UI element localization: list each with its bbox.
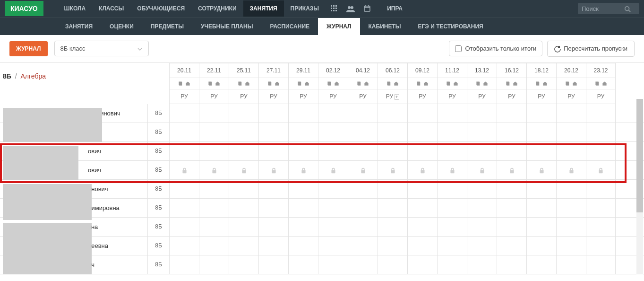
grade-cell[interactable] xyxy=(348,218,378,236)
ru-label[interactable]: РУ xyxy=(467,89,497,104)
date-label[interactable]: 29.11 xyxy=(289,63,318,78)
grade-cell[interactable] xyxy=(526,237,556,255)
grade-cell[interactable] xyxy=(199,237,229,255)
grade-cell[interactable] xyxy=(407,104,437,123)
grade-cell[interactable] xyxy=(199,218,229,236)
grade-cell[interactable] xyxy=(288,161,318,179)
grade-cell[interactable] xyxy=(229,104,258,123)
grade-cell[interactable] xyxy=(378,123,407,141)
class-select[interactable]: 8Б класс xyxy=(54,41,149,56)
ru-label[interactable]: РУ xyxy=(170,89,199,104)
grade-cell[interactable] xyxy=(318,255,348,274)
people-icon[interactable] xyxy=(346,5,355,12)
grade-cell[interactable] xyxy=(348,255,378,274)
grade-cell[interactable] xyxy=(437,218,467,236)
grade-cell[interactable] xyxy=(348,161,378,179)
lesson-type-icons[interactable] xyxy=(229,78,258,89)
grade-cell[interactable] xyxy=(258,142,288,160)
grade-cell[interactable] xyxy=(407,199,437,217)
grade-cell[interactable] xyxy=(497,180,526,198)
grade-cell[interactable] xyxy=(348,123,378,141)
grade-cell[interactable] xyxy=(288,199,318,217)
date-label[interactable]: 20.11 xyxy=(170,63,199,78)
grade-cell[interactable] xyxy=(169,123,199,141)
calendar-icon[interactable] xyxy=(363,5,371,13)
lesson-type-icons[interactable] xyxy=(497,78,526,89)
grade-cell[interactable] xyxy=(556,180,586,198)
grade-cell[interactable] xyxy=(229,218,258,236)
grade-cell[interactable] xyxy=(526,142,556,160)
ru-label[interactable]: РУ xyxy=(527,89,556,104)
grade-cell[interactable] xyxy=(437,255,467,274)
nav-классы[interactable]: КЛАССЫ xyxy=(92,0,130,17)
grade-cell[interactable] xyxy=(258,123,288,141)
lesson-type-icons[interactable] xyxy=(259,78,288,89)
grade-cell[interactable] xyxy=(318,104,348,123)
grade-cell[interactable] xyxy=(318,180,348,198)
grade-cell[interactable] xyxy=(467,255,497,274)
subnav-item[interactable]: ЕГЭ И ТЕСТИРОВАНИЯ xyxy=(410,18,492,35)
grade-cell[interactable] xyxy=(288,142,318,160)
nav-ipra[interactable]: ИПРА xyxy=(380,0,409,17)
grade-cell[interactable] xyxy=(288,255,318,274)
grade-cell[interactable] xyxy=(526,218,556,236)
grade-cell[interactable] xyxy=(586,123,616,141)
grade-cell[interactable] xyxy=(437,199,467,217)
date-label[interactable]: 06.12 xyxy=(378,63,407,78)
grade-cell[interactable] xyxy=(556,237,586,255)
lesson-type-icons[interactable] xyxy=(557,78,586,89)
grade-cell[interactable] xyxy=(348,237,378,255)
grade-cell[interactable] xyxy=(199,199,229,217)
grade-cell[interactable] xyxy=(199,255,229,274)
ru-label[interactable]: РУ xyxy=(557,89,586,104)
grade-cell[interactable] xyxy=(169,142,199,160)
grade-cell[interactable] xyxy=(407,255,437,274)
grade-cell[interactable] xyxy=(467,142,497,160)
grade-cell[interactable] xyxy=(169,218,199,236)
date-label[interactable]: 04.12 xyxy=(348,63,378,78)
ru-label[interactable]: РУ xyxy=(259,89,288,104)
ru-label[interactable]: РУ xyxy=(408,89,437,104)
grade-cell[interactable] xyxy=(229,123,258,141)
subnav-item[interactable]: ПРЕДМЕТЫ xyxy=(142,18,192,35)
grade-cell[interactable] xyxy=(229,255,258,274)
date-label[interactable]: 23.12 xyxy=(586,63,615,78)
grade-cell[interactable] xyxy=(229,142,258,160)
show-totals-input[interactable] xyxy=(455,45,462,52)
date-label[interactable]: 13.12 xyxy=(467,63,497,78)
grade-cell[interactable] xyxy=(199,180,229,198)
search-box[interactable] xyxy=(578,3,639,14)
grade-cell[interactable] xyxy=(288,237,318,255)
grade-cell[interactable] xyxy=(497,199,526,217)
subnav-item[interactable]: КАБИНЕТЫ xyxy=(360,18,410,35)
subnav-item[interactable]: УЧЕБНЫЕ ПЛАНЫ xyxy=(192,18,261,35)
lesson-type-icons[interactable] xyxy=(348,78,378,89)
grade-cell[interactable] xyxy=(229,199,258,217)
grade-cell[interactable] xyxy=(348,142,378,160)
nav-занятия[interactable]: ЗАНЯТИЯ xyxy=(243,0,284,17)
grade-cell[interactable] xyxy=(199,104,229,123)
grade-cell[interactable] xyxy=(169,180,199,198)
grade-cell[interactable] xyxy=(229,237,258,255)
grade-cell[interactable] xyxy=(497,161,526,179)
grade-cell[interactable] xyxy=(467,123,497,141)
grade-cell[interactable] xyxy=(526,199,556,217)
grade-cell[interactable] xyxy=(258,199,288,217)
date-label[interactable]: 09.12 xyxy=(408,63,437,78)
grade-cell[interactable] xyxy=(348,199,378,217)
lesson-type-icons[interactable] xyxy=(438,78,467,89)
grade-cell[interactable] xyxy=(378,199,407,217)
grade-cell[interactable] xyxy=(169,237,199,255)
date-label[interactable]: 27.11 xyxy=(259,63,288,78)
subnav-item[interactable]: ЗАНЯТИЯ xyxy=(57,18,101,35)
lesson-type-icons[interactable] xyxy=(289,78,318,89)
grade-cell[interactable] xyxy=(556,199,586,217)
grade-cell[interactable] xyxy=(378,237,407,255)
lesson-type-icons[interactable] xyxy=(467,78,497,89)
grade-cell[interactable] xyxy=(378,180,407,198)
ru-label[interactable]: РУ xyxy=(289,89,318,104)
date-label[interactable]: 02.12 xyxy=(318,63,348,78)
grade-cell[interactable] xyxy=(437,237,467,255)
grade-cell[interactable] xyxy=(258,180,288,198)
subnav-item[interactable]: ЖУРНАЛ xyxy=(318,18,360,35)
